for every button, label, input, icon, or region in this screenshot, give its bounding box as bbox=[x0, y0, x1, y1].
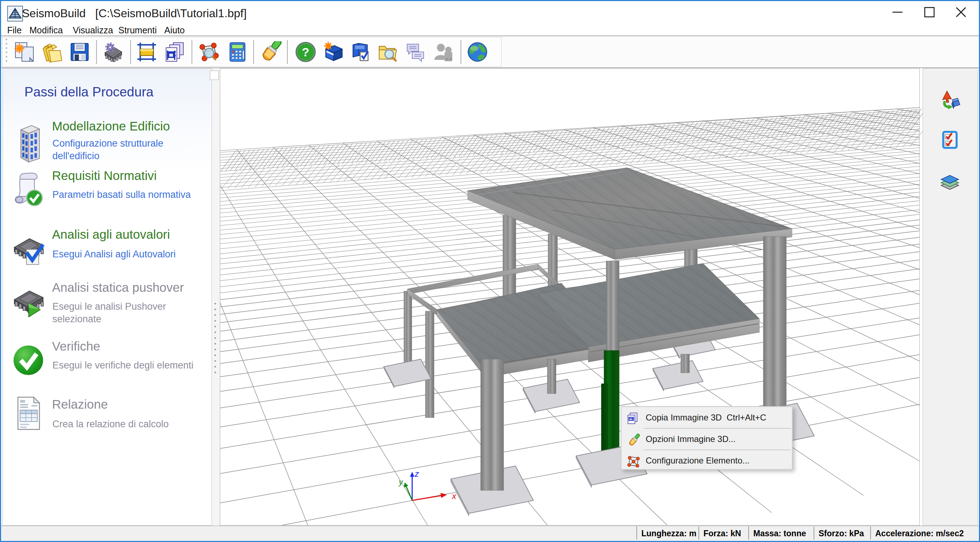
svg-text:z: z bbox=[414, 469, 419, 479]
svg-text:y: y bbox=[398, 477, 404, 487]
svg-text:x: x bbox=[452, 491, 457, 501]
